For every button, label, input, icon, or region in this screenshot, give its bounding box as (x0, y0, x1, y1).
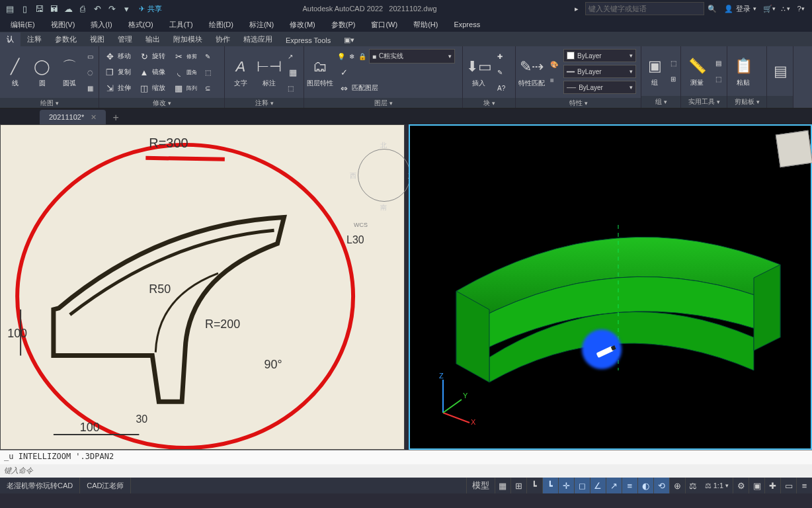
ribbon-tab-annotate[interactable]: 注释 (20, 32, 48, 46)
grid-icon[interactable]: ▦ (495, 478, 510, 493)
text-button[interactable]: A文字 (227, 49, 254, 95)
qat-open-icon[interactable]: ▯ (19, 3, 30, 15)
viewport-left[interactable]: 100 100 R=300 R50 R=200 30 90° L30 北 南 西… (0, 124, 405, 450)
qat-plot-icon[interactable]: ⎙ (77, 3, 89, 15)
make-current-button[interactable]: ✓ (336, 65, 460, 79)
color-combo[interactable]: ByLayer▾ (563, 49, 636, 62)
table-button[interactable]: ▦ (285, 65, 301, 79)
file-tab-active[interactable]: 20211102* ✕ (40, 110, 106, 124)
custom-icon[interactable]: ≡ (796, 478, 812, 493)
circle-button[interactable]: ◯圆 (30, 49, 54, 95)
menu-draw[interactable]: 绘图(D) (201, 20, 241, 30)
osnap-icon[interactable]: ◻ (574, 478, 590, 493)
ribbon-tab-manage[interactable]: 管理 (111, 32, 139, 46)
trim-button[interactable]: ✂修剪 (171, 49, 200, 64)
search-icon[interactable]: 🔍 (706, 2, 719, 15)
annoscale-icon[interactable]: ⚖ (685, 478, 701, 493)
otrack-icon[interactable]: ∠ (590, 478, 606, 493)
viewcube-right[interactable] (778, 132, 811, 165)
file-tab-close-icon[interactable]: ✕ (91, 113, 97, 122)
qat-undo-icon[interactable]: ↶ (91, 3, 103, 15)
modify-extra1-icon[interactable]: ✎ (202, 49, 214, 64)
group-extra2-icon[interactable]: ⊞ (668, 72, 679, 87)
extra-panel-icon[interactable]: ▤ (770, 49, 791, 93)
modify-extra3-icon[interactable]: ⊆ (202, 81, 214, 95)
lineweight-combo[interactable]: ━━ByLayer▾ (563, 65, 636, 78)
viewport-right[interactable]: Z X Y (409, 124, 812, 450)
panel-layers-title[interactable]: 图层▾ (304, 98, 462, 108)
panel-utilities-title[interactable]: 实用工具▾ (681, 96, 727, 108)
ribbon-tab-express[interactable]: Express Tools (279, 34, 337, 46)
search-box[interactable] (585, 2, 704, 15)
qat-save-icon[interactable]: 🖫 (33, 3, 45, 15)
clean-icon[interactable]: ▭ (780, 478, 796, 493)
ribbon-tab-addins[interactable]: 附加模块 (167, 32, 209, 46)
ribbon-tab-extra-icon[interactable]: ▣▾ (337, 34, 361, 46)
ucs-icon[interactable]: Z X Y (430, 373, 483, 429)
annoscale-combo[interactable]: ⚖ 1:1▾ (701, 482, 733, 490)
menu-edit[interactable]: 编辑(E) (3, 20, 43, 30)
util-extra2-icon[interactable]: ⬚ (713, 72, 724, 87)
ribbon-tab-featured[interactable]: 精选应用 (237, 32, 279, 46)
prop-icon2[interactable]: ≡ (548, 73, 561, 87)
menu-tools[interactable]: 工具(T) (161, 20, 201, 30)
match-prop-button[interactable]: ✎⇢特性匹配 (518, 49, 545, 95)
cart-icon[interactable]: 🛒▾ (762, 2, 776, 15)
cycling-icon[interactable]: ⟲ (653, 478, 669, 493)
layer-bulb1-icon[interactable]: 💡 (336, 49, 346, 64)
isolate-icon[interactable]: ▣ (749, 478, 764, 493)
copy-button[interactable]: ❐复制 (102, 65, 134, 79)
group-extra1-icon[interactable]: ⬚ (668, 56, 679, 71)
paste-button[interactable]: 📋粘贴 (730, 49, 756, 93)
panel-annotation-title[interactable]: 注释▾ (225, 98, 304, 108)
ribbon-tab-view[interactable]: 视图 (83, 32, 111, 46)
dimension-button[interactable]: ⊢⊣标注 (257, 49, 283, 95)
panel-clipboard-title[interactable]: 剪贴板▾ (727, 96, 766, 108)
share-button[interactable]: ✈ 共享 (135, 4, 166, 14)
menu-insert[interactable]: 插入(I) (83, 20, 120, 30)
arc-button[interactable]: ⌒圆弧 (58, 49, 82, 95)
draw-extra2-icon[interactable]: ◌ (85, 65, 96, 79)
menu-dim[interactable]: 标注(N) (241, 20, 282, 30)
layout-tab-1[interactable]: 老湿机带你玩转CAD (0, 478, 80, 493)
layer-bulb2-icon[interactable]: ❄ (348, 49, 356, 64)
block-edit-icon[interactable]: ✎ (495, 65, 508, 79)
measure-button[interactable]: 📏测量 (684, 49, 710, 93)
draw-extra1-icon[interactable]: ▭ (85, 49, 96, 64)
fillet-button[interactable]: ◟圆角 (171, 65, 200, 79)
linetype-combo[interactable]: ──ByLayer▾ (563, 81, 636, 94)
block-create-icon[interactable]: ✚ (495, 49, 508, 64)
search-input[interactable] (589, 5, 701, 13)
ribbon-tab-parametric[interactable]: 参数化 (48, 32, 83, 46)
apps-icon[interactable]: ⛬▾ (778, 2, 792, 15)
command-prompt[interactable]: 键入命令 (0, 464, 812, 478)
group-button[interactable]: ▣组 (644, 49, 665, 93)
leader-icon[interactable]: ↗ (285, 49, 301, 64)
stretch-button[interactable]: ⇲拉伸 (102, 81, 134, 95)
title-arrow-icon[interactable]: ▸ (569, 2, 584, 15)
gear-icon[interactable]: ⚙ (733, 478, 749, 493)
hardware-icon[interactable]: ✚ (764, 478, 780, 493)
snap-icon[interactable]: ⊞ (510, 478, 526, 493)
menu-express[interactable]: Express (446, 21, 488, 28)
panel-block-title[interactable]: 块▾ (463, 98, 515, 108)
panel-modify-title[interactable]: 修改▾ (99, 98, 224, 108)
qat-new-icon[interactable]: ▤ (4, 3, 16, 15)
menu-modify[interactable]: 修改(M) (282, 20, 323, 30)
help-icon[interactable]: ?▾ (793, 2, 808, 15)
draw-extra3-icon[interactable]: ▦ (85, 81, 96, 95)
lwt-icon[interactable]: ≡ (622, 478, 637, 493)
panel-draw-title[interactable]: 绘图▾ (0, 98, 99, 108)
model-button[interactable]: 模型 (466, 478, 495, 493)
qat-redo-icon[interactable]: ↷ (106, 3, 118, 15)
panel-properties-title[interactable]: 特性▾ (516, 98, 641, 108)
ribbon-tab-collab[interactable]: 协作 (209, 32, 237, 46)
transparency-icon[interactable]: ◐ (637, 478, 653, 493)
menu-window[interactable]: 窗口(W) (363, 20, 405, 30)
polar-icon[interactable]: ✛ (558, 478, 574, 493)
menu-view[interactable]: 视图(V) (43, 20, 83, 30)
mirror-button[interactable]: ▲镜像 (136, 65, 168, 79)
qat-saveas-icon[interactable]: 🖬 (48, 3, 60, 15)
array-button[interactable]: ▦阵列 (171, 81, 200, 95)
layer-lock-icon[interactable]: 🔒 (357, 49, 368, 64)
